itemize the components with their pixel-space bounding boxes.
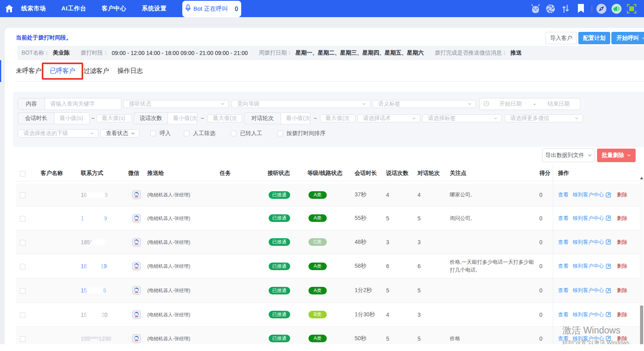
delete-link[interactable]: 删除 [617, 263, 627, 270]
start-call-button[interactable]: 开始呼叫 [611, 32, 644, 44]
delete-link[interactable]: 删除 [617, 215, 627, 222]
delete-link[interactable]: 删除 [617, 287, 627, 294]
filter-checkbox-2[interactable]: 人工筛选 [184, 130, 215, 137]
phone-link[interactable]: 19 [81, 215, 107, 222]
push-subordinate-select[interactable]: 请选择推送的下级 [18, 129, 98, 137]
filter-checkbox-1[interactable]: 呼入 [150, 130, 171, 137]
script-select[interactable]: 请选择话术 [357, 114, 420, 122]
tab-1[interactable]: 未呼客户 [16, 67, 41, 75]
answered-badge: 已接通 [269, 238, 290, 246]
tab-3[interactable]: 过滤客户 [84, 67, 109, 75]
megaphone-icon[interactable] [611, 4, 622, 14]
column-header-11: 关注点 [450, 170, 535, 177]
tab-4[interactable]: 操作日志 [117, 67, 143, 75]
wechat-contact-icon[interactable] [132, 262, 141, 271]
checkbox-label: 按拨打时间排序 [287, 130, 326, 137]
select-all-checkbox[interactable] [20, 171, 25, 176]
duration-min-input[interactable]: 最小值(s) [54, 112, 90, 124]
filter-checkbox-4[interactable]: 按拨打时间排序 [277, 130, 326, 137]
dialog-rounds-max-input[interactable]: 最大值(次 [320, 114, 355, 122]
view-link[interactable]: 查看 [558, 335, 568, 342]
answered-badge: 已接通 [269, 287, 290, 294]
row-checkbox[interactable] [20, 216, 25, 222]
move-to-customer-center-link[interactable]: 移到客户中心 [573, 215, 611, 222]
move-to-customer-center-link[interactable]: 移到客户中心 [573, 263, 611, 270]
screenshot-icon[interactable] [626, 4, 637, 14]
intent-level-select[interactable]: 意向等级 [232, 100, 370, 108]
date-range-picker[interactable]: 开始日期 - 结束日期 [479, 98, 580, 110]
semantic-tag-select[interactable]: 语义标签 [373, 100, 476, 108]
bot-calling-status[interactable]: Bot 正在呼叫 0 [182, 1, 241, 17]
wechat-contact-icon[interactable] [132, 310, 141, 319]
delete-link[interactable]: 删除 [617, 239, 627, 246]
view-state-select[interactable]: 查看状态 [100, 129, 139, 137]
checkbox-icon[interactable] [277, 131, 283, 136]
nav-item-1[interactable]: 线索市场 [21, 5, 46, 12]
phone-link[interactable]: 1819 [81, 263, 107, 269]
wechat-contact-icon[interactable] [132, 190, 141, 199]
scrollbar-up-arrow[interactable] [640, 177, 643, 179]
move-to-customer-center-link[interactable]: 移到客户中心 [573, 287, 611, 294]
row-checkbox[interactable] [20, 192, 25, 198]
checkbox-icon[interactable] [184, 131, 189, 136]
answer-state-select[interactable]: 接听状态 [123, 100, 229, 108]
start-date-input[interactable]: 开始日期 [489, 100, 532, 108]
wechat-contact-icon[interactable] [132, 214, 141, 223]
column-header-ops: 操作 [553, 170, 640, 177]
phone-text: 185* [81, 239, 104, 245]
nav-item-3[interactable]: 客户中心 [102, 5, 127, 12]
bookmark-icon[interactable] [576, 4, 586, 14]
compass-icon[interactable] [596, 4, 607, 14]
pushed-to-text: (电销机器人-张经理) [147, 336, 190, 341]
view-link[interactable]: 查看 [558, 239, 568, 246]
wechat-contact-icon[interactable] [132, 334, 141, 343]
robot-icon[interactable] [530, 4, 541, 14]
nav-item-4[interactable]: 系统设置 [142, 5, 167, 12]
wechat-contact-icon[interactable] [132, 286, 141, 295]
wechat-contact-icon[interactable] [132, 238, 141, 247]
talk-count-min-input[interactable]: 最小值(次 [168, 112, 197, 124]
aperture-icon[interactable] [545, 4, 556, 14]
pushed-to-text: (电销机器人-张经理) [147, 263, 190, 269]
row-checkbox[interactable] [20, 240, 25, 245]
batch-delete-button[interactable]: 批量删除 [597, 149, 636, 162]
sidebar-collapsed-handle[interactable] [0, 60, 1, 82]
sort-arrows-icon[interactable] [560, 4, 571, 14]
home-icon[interactable] [0, 0, 18, 17]
delete-link[interactable]: 删除 [617, 191, 627, 198]
nav-item-2[interactable]: AI工作台 [61, 5, 86, 12]
view-link[interactable]: 查看 [558, 311, 568, 318]
tag-select[interactable]: 请选择标签 [422, 114, 502, 122]
dialog-rounds-min-input[interactable]: 最小值(次 [281, 112, 310, 124]
view-link[interactable]: 查看 [558, 191, 568, 198]
row-checkbox[interactable] [20, 264, 25, 269]
vertical-scrollbar[interactable] [640, 176, 644, 344]
checkbox-icon[interactable] [231, 131, 236, 136]
view-link[interactable]: 查看 [558, 263, 568, 270]
move-to-customer-center-link[interactable]: 移到客户中心 [573, 191, 611, 198]
phone-link[interactable]: 156 [81, 287, 106, 294]
view-link[interactable]: 查看 [558, 215, 568, 222]
view-link[interactable]: 查看 [558, 287, 568, 294]
checkbox-label: 人工筛选 [193, 130, 215, 137]
delete-link[interactable]: 删除 [617, 335, 627, 342]
row-checkbox[interactable] [20, 336, 25, 342]
configure-plan-button[interactable]: 配置计划 [578, 32, 610, 44]
move-to-customer-center-link[interactable]: 移到客户中心 [573, 239, 611, 246]
import-customers-button[interactable]: 导入客户 [545, 32, 577, 44]
filter-checkbox-3[interactable]: 已转人工 [231, 130, 262, 137]
export-data-button[interactable]: 导出数据到文件 [542, 149, 595, 162]
keyword-search-input[interactable]: 请输入查询关键字 [45, 98, 121, 110]
more-wechat-select[interactable]: 请选择更多微信 [505, 114, 583, 122]
end-date-input[interactable]: 结束日期 [537, 100, 580, 108]
move-to-customer-center-link[interactable]: 移到客户中心 [573, 335, 611, 342]
checkbox-icon[interactable] [150, 131, 156, 136]
duration-max-input[interactable]: 最大值(s) [96, 114, 132, 122]
talk-count-max-input[interactable]: 最大值(次 [207, 114, 242, 122]
row-checkbox[interactable] [20, 312, 25, 318]
tab-2[interactable]: 已呼客户 [50, 67, 75, 75]
row-checkbox[interactable] [20, 288, 25, 294]
move-to-customer-center-link[interactable]: 移到客户中心 [573, 311, 611, 318]
delete-link[interactable]: 删除 [617, 311, 627, 318]
scrollbar-thumb[interactable] [640, 306, 643, 344]
